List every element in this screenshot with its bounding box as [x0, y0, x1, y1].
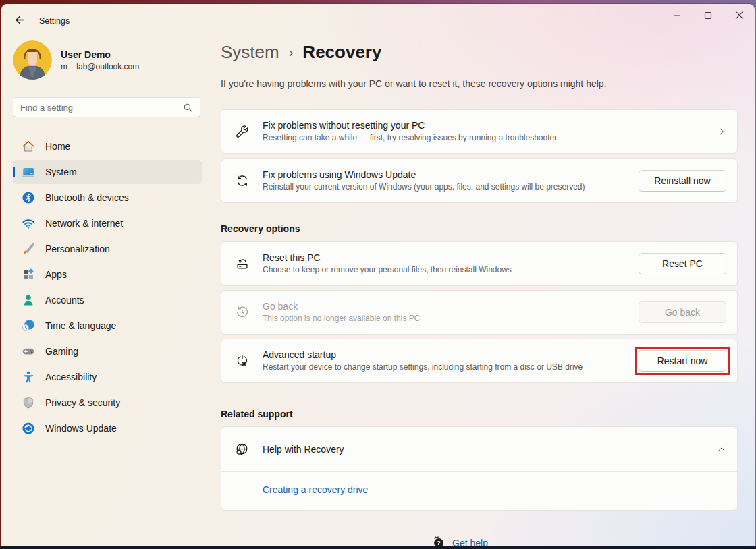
sidebar-item-label: Bluetooth & devices: [45, 192, 129, 203]
sidebar-item-label: Accessibility: [45, 372, 97, 382]
privacy-icon: [22, 396, 35, 409]
user-name: User Demo: [61, 49, 139, 60]
card-title: Reset this PC: [263, 252, 632, 263]
sidebar-item-windows-update[interactable]: Windows Update: [13, 416, 202, 440]
sidebar-item-network-internet[interactable]: Network & internet: [13, 211, 202, 235]
maximize-button[interactable]: [693, 4, 724, 26]
reset-this-pc-card: Reset this PC Choose to keep or remove y…: [221, 241, 738, 286]
windows-update-icon: [22, 422, 35, 435]
bluetooth-icon: [22, 191, 35, 204]
annotation-highlight-box: Restart now: [635, 347, 730, 375]
accounts-icon: [22, 293, 35, 307]
sidebar-item-accessibility[interactable]: Accessibility: [13, 365, 202, 389]
sidebar-item-label: Home: [45, 141, 70, 152]
back-arrow-icon: [14, 14, 26, 26]
search-icon: [183, 103, 193, 113]
sync-icon: [221, 173, 263, 188]
go-back-card: Go back This option is no longer availab…: [221, 290, 738, 335]
reset-pc-button[interactable]: Reset PC: [639, 253, 726, 274]
search-box[interactable]: [13, 97, 200, 117]
sidebar-item-privacy-security[interactable]: Privacy & security: [13, 391, 202, 415]
home-icon: [22, 140, 35, 153]
card-subtitle: This option is no longer available on th…: [263, 314, 632, 324]
history-icon: [221, 305, 263, 320]
sidebar-item-personalization[interactable]: Personalization: [13, 237, 202, 261]
close-button[interactable]: [724, 4, 755, 26]
sidebar-item-apps[interactable]: Apps: [13, 262, 202, 287]
sidebar-item-label: Personalization: [45, 243, 110, 254]
wrench-icon: [221, 124, 263, 139]
card-title: Help with Recovery: [263, 444, 710, 455]
sidebar-item-accounts[interactable]: Accounts: [13, 288, 202, 312]
breadcrumb: System › Recovery: [221, 42, 738, 66]
get-help[interactable]: ? Get help: [431, 536, 488, 546]
related-support-heading: Related support: [221, 409, 738, 420]
sidebar-item-time-language[interactable]: Time & language: [13, 314, 202, 338]
card-title: Go back: [263, 301, 632, 312]
minimize-icon: [673, 11, 681, 20]
sidebar-item-label: Windows Update: [45, 423, 117, 434]
titlebar: Settings: [1, 4, 755, 34]
user-email: m__lab@outlook.com: [61, 62, 139, 71]
user-profile[interactable]: User Demo m__lab@outlook.com: [13, 40, 139, 80]
apps-icon: [22, 268, 35, 281]
page-description: If you're having problems with your PC o…: [221, 78, 738, 89]
chevron-right-icon: [717, 127, 726, 136]
card-subtitle: Choose to keep or remove your personal f…: [263, 265, 632, 276]
power-gear-icon: [221, 353, 263, 368]
personalization-icon: [22, 242, 35, 256]
card-subtitle: Reinstall your current version of Window…: [263, 182, 632, 193]
help-with-recovery-header[interactable]: Help with Recovery: [221, 427, 737, 471]
maximize-icon: [704, 11, 712, 20]
accessibility-icon: [22, 370, 35, 384]
get-help-icon: ?: [431, 536, 446, 546]
reinstall-now-button[interactable]: Reinstall now: [639, 170, 726, 192]
help-with-recovery-card: Help with Recovery Creating a recovery d…: [221, 426, 738, 511]
fix-problems-windows-update-card: Fix problems using Windows Update Reinst…: [221, 158, 738, 203]
sidebar: User Demo m__lab@outlook.com Home Syst: [1, 34, 212, 546]
get-help-link[interactable]: Get help: [452, 538, 488, 546]
app-title: Settings: [39, 16, 70, 26]
card-title: Fix problems using Windows Update: [263, 169, 632, 180]
sidebar-item-system[interactable]: System: [13, 160, 202, 184]
time-language-icon: [22, 319, 35, 333]
restart-now-button[interactable]: Restart now: [639, 350, 726, 372]
main-pane: System › Recovery If you're having probl…: [212, 34, 755, 546]
taskbar-edge: [0, 546, 756, 549]
advanced-startup-card: Advanced startup Restart your device to …: [221, 339, 738, 383]
page-title: Recovery: [302, 42, 381, 63]
help-card-body: Creating a recovery drive: [221, 471, 737, 510]
card-subtitle: Resetting can take a while — first, try …: [263, 133, 710, 144]
sidebar-item-gaming[interactable]: Gaming: [13, 339, 202, 364]
back-button[interactable]: [8, 10, 31, 29]
sidebar-item-bluetooth-devices[interactable]: Bluetooth & devices: [13, 185, 202, 210]
globe-help-icon: [221, 442, 263, 457]
sidebar-item-label: Accounts: [45, 295, 84, 306]
sidebar-item-label: Gaming: [45, 346, 78, 357]
breadcrumb-separator-icon: ›: [289, 45, 294, 60]
minimize-button[interactable]: [662, 4, 693, 26]
sidebar-item-label: Apps: [45, 269, 67, 280]
avatar: [13, 40, 52, 80]
sidebar-item-label: Privacy & security: [45, 397, 120, 408]
sidebar-item-home[interactable]: Home: [13, 134, 202, 158]
go-back-button[interactable]: Go back: [639, 301, 726, 323]
network-icon: [22, 216, 35, 230]
breadcrumb-parent[interactable]: System: [221, 42, 279, 63]
sidebar-item-label: System: [45, 167, 77, 177]
settings-window: Settings: [1, 4, 755, 546]
system-icon: [22, 165, 35, 179]
card-title: Advanced startup: [263, 349, 628, 360]
sidebar-item-label: Time & language: [45, 320, 116, 331]
sidebar-nav: Home System Bluetooth & devices Network …: [1, 133, 212, 442]
recovery-options-heading: Recovery options: [221, 223, 738, 234]
search-input[interactable]: [20, 103, 183, 113]
chevron-up-icon[interactable]: [717, 444, 726, 454]
gaming-icon: [22, 345, 35, 358]
fix-problems-troubleshoot-card[interactable]: Fix problems without resetting your PC R…: [221, 109, 738, 154]
svg-text:?: ?: [437, 539, 441, 546]
creating-recovery-drive-link[interactable]: Creating a recovery drive: [263, 484, 368, 495]
card-title: Fix problems without resetting your PC: [263, 120, 710, 131]
sidebar-item-label: Network & internet: [45, 218, 123, 229]
card-subtitle: Restart your device to change startup se…: [263, 362, 628, 373]
